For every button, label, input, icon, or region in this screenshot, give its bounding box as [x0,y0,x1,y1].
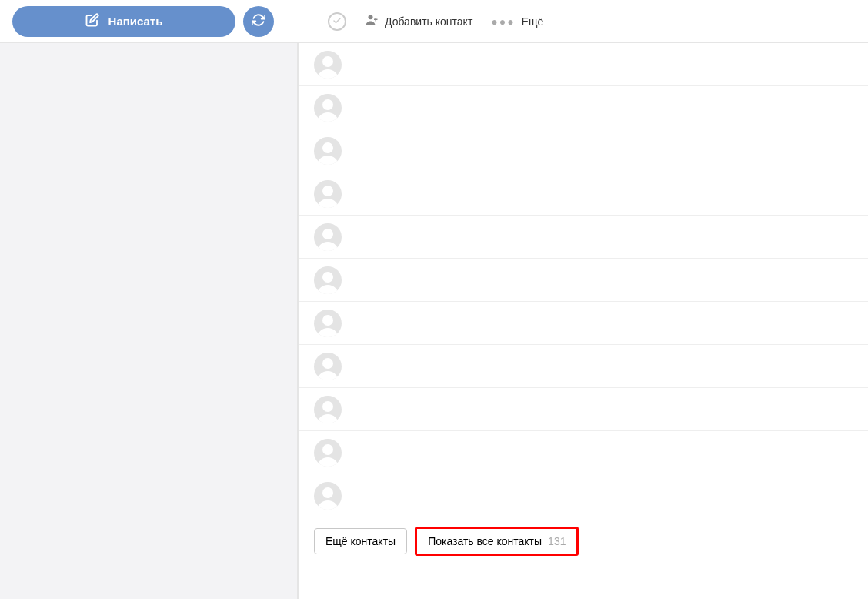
contact-row[interactable] [299,388,868,431]
avatar-placeholder-icon [314,396,342,423]
add-contact-label: Добавить контакт [385,15,472,28]
svg-point-9 [322,401,333,412]
main-content: Ещё контакты Показать все контакты 131 [299,43,868,599]
avatar-placeholder-icon [314,353,342,380]
contact-row[interactable] [299,431,868,474]
contact-row[interactable] [299,172,868,216]
svg-point-11 [322,487,333,498]
compose-icon [85,13,99,29]
svg-point-5 [322,229,333,239]
compose-button[interactable]: Написать [12,6,235,37]
contact-row[interactable] [299,86,868,129]
svg-point-8 [322,358,333,369]
show-all-label: Показать все контакты [428,535,542,547]
contact-row[interactable] [299,259,868,302]
contact-row[interactable] [299,302,868,345]
contact-list [299,43,868,517]
svg-point-10 [322,444,333,455]
avatar-placeholder-icon [314,51,342,79]
contact-row[interactable] [299,474,868,517]
svg-point-6 [322,272,333,283]
contact-row[interactable] [299,43,868,86]
select-all-checkbox[interactable] [328,12,346,31]
contact-row[interactable] [299,129,868,172]
refresh-icon [252,13,265,29]
more-label: Ещё [522,15,544,28]
add-contact-icon [365,13,379,29]
avatar-placeholder-icon [314,482,342,510]
avatar-placeholder-icon [314,94,342,122]
more-menu[interactable]: ●●● Ещё [491,15,543,28]
avatar-placeholder-icon [314,266,342,294]
dots-icon: ●●● [491,15,515,28]
svg-point-0 [369,15,373,19]
avatar-placeholder-icon [314,180,342,208]
avatar-placeholder-icon [314,223,342,251]
contact-row[interactable] [299,345,868,388]
svg-point-2 [322,99,333,110]
contacts-count: 131 [548,535,566,547]
svg-point-3 [322,142,333,153]
show-all-contacts-button[interactable]: Показать все контакты 131 [415,527,579,556]
more-contacts-button[interactable]: Ещё контакты [314,528,407,554]
svg-point-7 [322,315,333,326]
svg-point-4 [322,186,333,196]
toolbar-right: Добавить контакт ●●● Ещё [328,12,543,31]
add-contact-button[interactable]: Добавить контакт [365,13,472,29]
refresh-button[interactable] [243,6,274,37]
topbar: Написать [0,0,868,43]
compose-label: Написать [108,15,163,28]
avatar-placeholder-icon [314,310,342,337]
sidebar [0,43,299,599]
checkmark-icon [332,15,342,28]
contact-row[interactable] [299,216,868,259]
svg-point-1 [322,56,333,67]
avatar-placeholder-icon [314,137,342,165]
avatar-placeholder-icon [314,439,342,467]
footer-actions: Ещё контакты Показать все контакты 131 [299,517,868,565]
